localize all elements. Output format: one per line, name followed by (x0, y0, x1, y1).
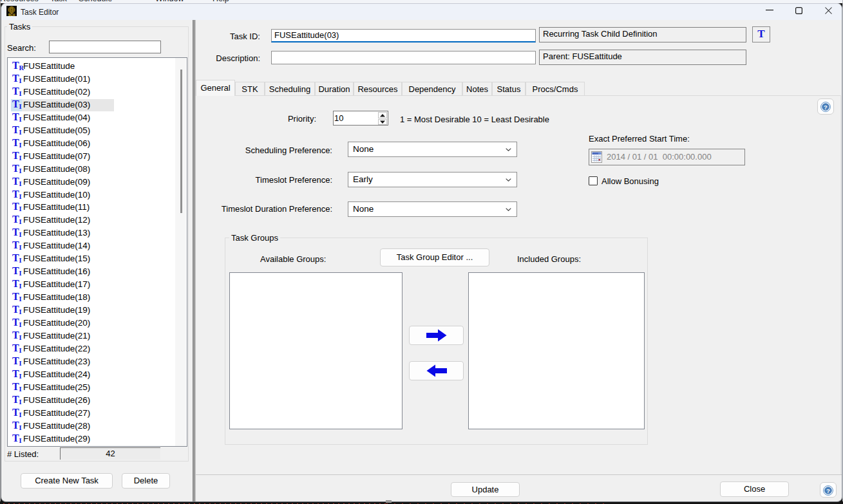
svg-text:SCH: SCH (8, 13, 15, 16)
svg-text:?: ? (826, 487, 830, 494)
svg-text:?: ? (824, 104, 828, 111)
